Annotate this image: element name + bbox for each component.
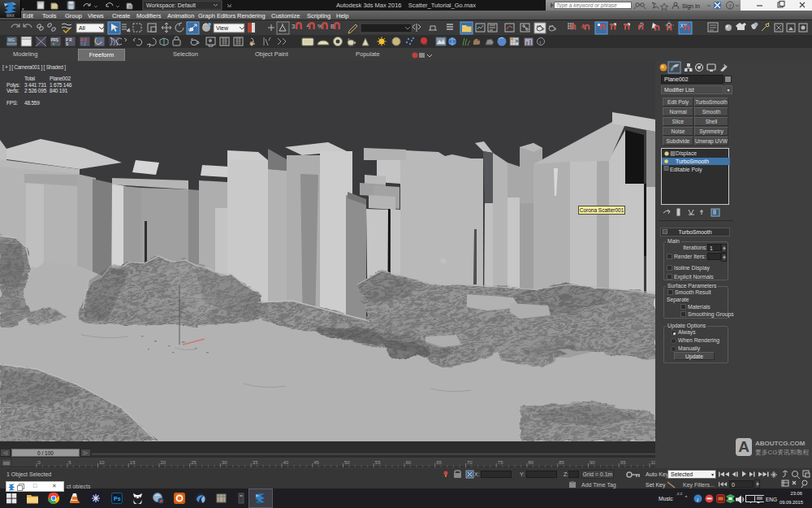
svg-text:35: 35 [253,460,258,465]
svg-text:MAX: MAX [6,14,15,18]
svg-text:25: 25 [191,460,197,465]
svg-text:70: 70 [467,460,473,465]
svg-text:i: i [540,39,542,46]
svg-text:75: 75 [498,460,503,465]
svg-text:10: 10 [99,460,105,465]
svg-text:30: 30 [222,460,227,465]
svg-text:All: All [79,25,85,31]
svg-text:55: 55 [375,460,381,465]
svg-text:90: 90 [590,460,595,465]
svg-text:IMG: IMG [8,38,15,42]
svg-text:0: 0 [38,460,41,465]
svg-text:3: 3 [292,23,296,30]
svg-text:Workspace: Default: Workspace: Default [146,2,196,9]
svg-text:95: 95 [620,460,626,465]
svg-text:15: 15 [130,460,136,465]
svg-text:Y Z: Y Z [80,42,86,46]
svg-text:40: 40 [283,460,289,465]
svg-text:45: 45 [313,460,319,465]
svg-text:60: 60 [406,460,412,465]
svg-text:Sign In: Sign In [682,3,700,10]
svg-text:85: 85 [559,460,564,465]
svg-text:View: View [216,25,229,31]
svg-text:100: 100 [651,460,656,465]
svg-text:5: 5 [68,460,71,465]
svg-text:?: ? [728,3,732,9]
svg-text:Ps: Ps [114,496,121,501]
svg-text:PRS: PRS [51,38,58,42]
svg-text:20: 20 [161,460,166,465]
svg-text:50: 50 [344,460,350,465]
svg-text:80: 80 [529,460,534,465]
svg-text:S: S [66,42,68,46]
svg-text:65: 65 [436,460,442,465]
svg-text:i: i [697,497,698,503]
